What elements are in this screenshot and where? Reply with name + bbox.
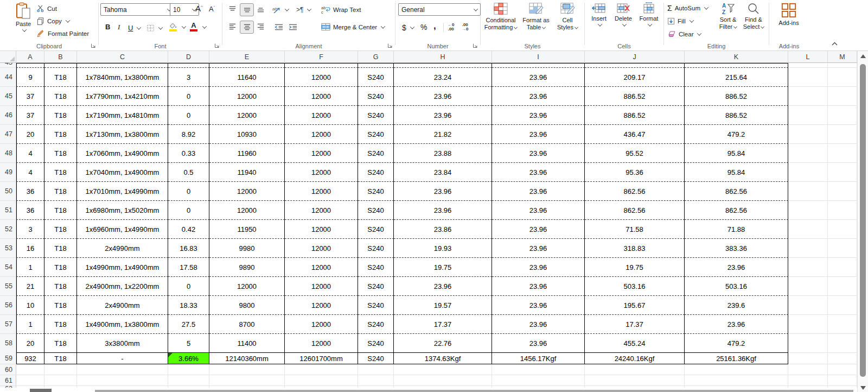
comma-style-button[interactable]: , bbox=[433, 21, 436, 31]
cell-C61[interactable] bbox=[77, 375, 168, 386]
column-header-I[interactable]: I bbox=[492, 51, 585, 63]
cell-L54[interactable] bbox=[788, 258, 828, 277]
cell-H53[interactable]: 19.93 bbox=[394, 239, 492, 258]
cell-I52[interactable]: 23.96 bbox=[492, 220, 585, 239]
cell-H59[interactable]: 1374.63Kgf bbox=[394, 352, 492, 364]
cell-G52[interactable]: S240 bbox=[358, 220, 394, 239]
cell-D43[interactable] bbox=[168, 63, 209, 68]
cell-F50[interactable]: 12000 bbox=[285, 182, 358, 201]
cell-B60[interactable] bbox=[44, 364, 77, 375]
autosum-dropdown[interactable] bbox=[704, 5, 709, 9]
cell-F47[interactable]: 12000 bbox=[285, 125, 358, 144]
cell-I44[interactable]: 23.96 bbox=[492, 68, 585, 87]
cell-F57[interactable]: 12000 bbox=[285, 315, 358, 334]
cell-B61[interactable] bbox=[44, 375, 77, 386]
cell-B47[interactable]: T18 bbox=[44, 125, 77, 144]
cell-D56[interactable]: 18.33 bbox=[168, 296, 209, 315]
column-header-D[interactable]: D bbox=[168, 51, 209, 63]
cell-F59[interactable]: 12601700mm bbox=[285, 352, 358, 364]
cell-K44[interactable]: 215.64 bbox=[685, 68, 788, 87]
bold-button[interactable]: B bbox=[105, 23, 110, 31]
cell-H45[interactable]: 23.96 bbox=[394, 87, 492, 106]
cell-G48[interactable]: S240 bbox=[358, 144, 394, 163]
format-painter-button[interactable]: Format Painter bbox=[36, 28, 89, 39]
cell-K59[interactable]: 25161.36Kgf bbox=[685, 352, 788, 364]
cell-A56[interactable]: 10 bbox=[16, 296, 44, 315]
sort-filter-button[interactable]: A Z Sort & Filter bbox=[716, 2, 740, 30]
cell-H57[interactable]: 17.37 bbox=[394, 315, 492, 334]
cell-B46[interactable]: T18 bbox=[44, 106, 77, 125]
cell-C49[interactable]: 1x7040mm, 1x4900mm bbox=[77, 163, 168, 182]
decrease-font-size-button[interactable]: Aˇ bbox=[209, 5, 215, 13]
cell-D51[interactable]: 0 bbox=[168, 201, 209, 220]
cell-A46[interactable]: 37 bbox=[16, 106, 44, 125]
cell-G51[interactable]: S240 bbox=[358, 201, 394, 220]
cell-H50[interactable]: 23.96 bbox=[394, 182, 492, 201]
cell-E57[interactable]: 8700 bbox=[209, 315, 285, 334]
row-header-55[interactable]: 55 bbox=[0, 277, 16, 296]
find-select-button[interactable]: Find & Select bbox=[741, 2, 766, 30]
cell-I43[interactable] bbox=[492, 63, 585, 68]
cell-B55[interactable]: T18 bbox=[44, 277, 77, 296]
cell-J49[interactable]: 95.36 bbox=[585, 163, 685, 182]
row-header-50[interactable]: 50 bbox=[0, 182, 16, 201]
row-header-43[interactable]: 43 bbox=[0, 63, 16, 68]
cell-C58[interactable]: 3x3800mm bbox=[77, 334, 168, 353]
cell-H48[interactable]: 23.88 bbox=[394, 144, 492, 163]
autosum-button[interactable]: Σ AutoSum bbox=[667, 3, 708, 13]
cell-M54[interactable] bbox=[828, 258, 857, 277]
row-header-47[interactable]: 47 bbox=[0, 125, 16, 144]
vertical-scrollbar[interactable] bbox=[857, 51, 868, 392]
cell-M47[interactable] bbox=[828, 125, 857, 144]
orientation-dropdown[interactable] bbox=[285, 7, 289, 11]
fill-button[interactable]: Fill bbox=[667, 16, 693, 26]
accounting-format-dropdown[interactable] bbox=[410, 24, 414, 29]
cell-M48[interactable] bbox=[828, 144, 857, 163]
cell-E56[interactable]: 9800 bbox=[209, 296, 285, 315]
cell-H46[interactable]: 23.96 bbox=[394, 106, 492, 125]
cell-K54[interactable]: 23.96 bbox=[685, 258, 788, 277]
column-header-H[interactable]: H bbox=[394, 51, 492, 63]
cell-G56[interactable]: S240 bbox=[358, 296, 394, 315]
cell-I49[interactable]: 23.96 bbox=[492, 163, 585, 182]
vertical-scrollbar-thumb[interactable] bbox=[860, 64, 866, 377]
cell-E54[interactable]: 9890 bbox=[209, 258, 285, 277]
cell-I61[interactable] bbox=[492, 375, 585, 386]
cell-E48[interactable]: 11960 bbox=[209, 144, 285, 163]
cell-H55[interactable]: 23.96 bbox=[394, 277, 492, 296]
cell-K50[interactable]: 862.56 bbox=[685, 182, 788, 201]
format-as-table-button[interactable]: Format as Table bbox=[520, 2, 552, 31]
font-color-dropdown[interactable] bbox=[202, 24, 207, 28]
cell-E58[interactable]: 11400 bbox=[209, 334, 285, 353]
align-left-button[interactable] bbox=[226, 21, 239, 33]
increase-font-size-button[interactable]: A^ bbox=[195, 4, 203, 13]
column-header-G[interactable]: G bbox=[358, 51, 394, 63]
cell-G53[interactable]: S240 bbox=[358, 239, 394, 258]
cell-C44[interactable]: 1x7840mm, 1x3800mm bbox=[77, 68, 168, 87]
cell-F60[interactable] bbox=[285, 364, 358, 375]
borders-button[interactable] bbox=[146, 23, 162, 33]
cell-B48[interactable]: T18 bbox=[44, 144, 77, 163]
row-header-61[interactable]: 61 bbox=[0, 375, 16, 386]
borders-dropdown[interactable] bbox=[158, 25, 163, 29]
align-bottom-button[interactable] bbox=[254, 3, 267, 15]
cell-J44[interactable]: 209.17 bbox=[585, 68, 685, 87]
cell-K57[interactable]: 23.96 bbox=[685, 315, 788, 334]
row-header-52[interactable]: 52 bbox=[0, 220, 16, 239]
cell-M51[interactable] bbox=[828, 201, 857, 220]
cell-G54[interactable]: S240 bbox=[358, 258, 394, 277]
cell-K48[interactable]: 95.84 bbox=[685, 144, 788, 163]
row-header-56[interactable]: 56 bbox=[0, 296, 16, 315]
cell-E60[interactable] bbox=[209, 364, 285, 375]
cell-C56[interactable]: 2x4900mm bbox=[77, 296, 168, 315]
cell-D54[interactable]: 17.58 bbox=[168, 258, 209, 277]
decrease-decimal-button[interactable]: .00→0 bbox=[462, 23, 468, 31]
cell-D52[interactable]: 0.42 bbox=[168, 220, 209, 239]
cell-B59[interactable]: T18 bbox=[44, 352, 77, 364]
row-header-54[interactable]: 54 bbox=[0, 258, 16, 277]
underline-button[interactable]: U bbox=[128, 23, 141, 33]
increase-decimal-button[interactable]: ←0.00 bbox=[448, 23, 454, 31]
cell-A51[interactable]: 36 bbox=[16, 201, 44, 220]
cell-I45[interactable]: 23.96 bbox=[492, 87, 585, 106]
cell-D60[interactable] bbox=[168, 364, 209, 375]
